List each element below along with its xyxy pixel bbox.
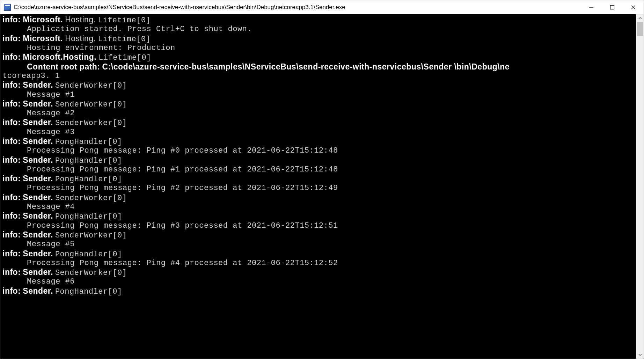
chevron-up-icon: [638, 17, 642, 19]
log-source: Microsoft.: [23, 15, 63, 24]
app-icon: [4, 4, 11, 11]
log-class: SenderWorker[0]: [55, 231, 127, 240]
log-message: Message #5: [2, 240, 634, 249]
log-source: Sender.: [23, 118, 53, 127]
scroll-down-button[interactable]: [636, 351, 644, 359]
log-source: Hosting.: [65, 34, 96, 43]
log-message: Hosting environment: Production: [2, 44, 634, 52]
log-class: SenderWorker[0]: [55, 100, 127, 109]
content-area: info: Microsoft. Hosting. Lifetime[0] Ap…: [0, 14, 644, 359]
log-source: Sender.: [23, 80, 53, 89]
log-level: info:: [2, 268, 21, 277]
maximize-icon: [610, 5, 615, 10]
log-entry: info: Microsoft. Hosting. Lifetime[0] Ho…: [2, 34, 634, 53]
log-entry: info: Sender. SenderWorker[0] Message #2: [2, 99, 634, 118]
log-level: info:: [2, 286, 21, 295]
log-entry: info: Sender. PongHandler[0] Processing …: [2, 137, 634, 155]
log-class: Lifetime[0]: [98, 16, 151, 25]
log-class: PongHandler[0]: [55, 287, 122, 296]
log-level: info:: [2, 15, 21, 24]
log-level: info:: [2, 34, 21, 43]
log-entry: info: Sender. SenderWorker[0] Message #4: [2, 193, 634, 212]
scroll-up-button[interactable]: [636, 14, 644, 22]
log-class: SenderWorker[0]: [55, 269, 127, 277]
log-message: Processing Pong message: Ping #3 process…: [2, 221, 634, 230]
log-source: Sender.: [23, 193, 53, 202]
log-entry: info: Microsoft. Hosting. Lifetime[0] Ap…: [2, 15, 634, 34]
log-source: Sender.: [23, 211, 53, 220]
minimize-icon: [589, 5, 594, 10]
log-message-wrap: tcoreapp3. 1: [2, 72, 634, 80]
window-controls: [581, 0, 644, 14]
log-message: Message #2: [2, 109, 634, 118]
log-class: SenderWorker[0]: [55, 119, 127, 127]
log-entry: info: Microsoft.Hosting. Lifetime[0] Con…: [2, 52, 634, 80]
maximize-button[interactable]: [602, 0, 623, 14]
log-entry: info: Sender. SenderWorker[0] Message #5: [2, 230, 634, 249]
window-title: C:\code\azure-service-bus\samples\NServi…: [14, 4, 581, 11]
log-class: SenderWorker[0]: [55, 81, 127, 90]
log-entry: info: Sender. PongHandler[0] Processing …: [2, 211, 634, 230]
log-entry: info: Sender. SenderWorker[0] Message #3: [2, 118, 634, 137]
log-level: info:: [2, 80, 21, 89]
log-entry: info: Sender. PongHandler[0]: [2, 286, 634, 296]
chevron-down-icon: [638, 354, 642, 356]
minimize-button[interactable]: [581, 0, 602, 14]
console-window: C:\code\azure-service-bus\samples\NServi…: [0, 0, 644, 359]
titlebar[interactable]: C:\code\azure-service-bus\samples\NServi…: [0, 0, 644, 14]
log-class: Lifetime[0]: [98, 53, 151, 62]
log-level: info:: [2, 99, 21, 108]
log-class: PongHandler[0]: [55, 156, 122, 165]
log-message: Message #1: [2, 90, 634, 99]
log-message: Application started. Press Ctrl+C to shu…: [2, 25, 634, 34]
log-source: Sender.: [23, 286, 53, 295]
log-source: Sender.: [23, 99, 53, 108]
log-level: info:: [2, 230, 21, 239]
log-source: Microsoft.: [23, 34, 63, 43]
log-class: PongHandler[0]: [55, 138, 122, 146]
close-icon: [631, 5, 636, 10]
console-output[interactable]: info: Microsoft. Hosting. Lifetime[0] Ap…: [0, 14, 636, 359]
scroll-track[interactable]: [636, 22, 644, 351]
svg-rect-1: [610, 5, 614, 9]
close-button[interactable]: [623, 0, 644, 14]
log-entry: info: Sender. PongHandler[0] Processing …: [2, 249, 634, 268]
log-message: Message #3: [2, 128, 634, 137]
log-level: info:: [2, 137, 21, 146]
log-source: Sender.: [23, 137, 53, 146]
log-source: Sender.: [23, 268, 53, 277]
log-level: info:: [2, 118, 21, 127]
log-level: info:: [2, 155, 21, 164]
log-message: Processing Pong message: Ping #0 process…: [2, 146, 634, 155]
log-message: Processing Pong message: Ping #4 process…: [2, 259, 634, 268]
log-source: Sender.: [23, 174, 53, 183]
log-entry: info: Sender. SenderWorker[0] Message #1: [2, 80, 634, 99]
vertical-scrollbar[interactable]: [636, 14, 644, 359]
log-source: Sender.: [23, 155, 53, 164]
log-source: Sender.: [23, 230, 53, 239]
log-message: Message #6: [2, 277, 634, 286]
log-message-path: C:\code\azure-service-bus\samples\NServi…: [102, 62, 510, 71]
log-class: SenderWorker[0]: [55, 194, 127, 203]
log-level: info:: [2, 193, 21, 202]
log-source: Sender.: [23, 249, 53, 258]
log-class: PongHandler[0]: [55, 175, 122, 184]
log-level: info:: [2, 174, 21, 183]
log-class: Lifetime[0]: [98, 35, 151, 44]
log-message: Processing Pong message: Ping #1 process…: [2, 165, 634, 174]
log-level: info:: [2, 52, 21, 61]
log-class: PongHandler[0]: [55, 250, 122, 259]
log-level: info:: [2, 249, 21, 258]
log-entry: info: Sender. PongHandler[0] Processing …: [2, 155, 634, 174]
log-message: Message #4: [2, 203, 634, 211]
log-level: info:: [2, 211, 21, 220]
log-message: Processing Pong message: Ping #2 process…: [2, 184, 634, 192]
scroll-thumb[interactable]: [637, 22, 643, 36]
log-source: Microsoft.Hosting.: [23, 52, 96, 61]
log-source: Hosting.: [65, 15, 96, 24]
log-entry: info: Sender. SenderWorker[0] Message #6: [2, 268, 634, 286]
log-class: PongHandler[0]: [55, 212, 122, 221]
log-entry: info: Sender. PongHandler[0] Processing …: [2, 174, 634, 193]
log-message-prefix: Content root path:: [27, 62, 100, 71]
